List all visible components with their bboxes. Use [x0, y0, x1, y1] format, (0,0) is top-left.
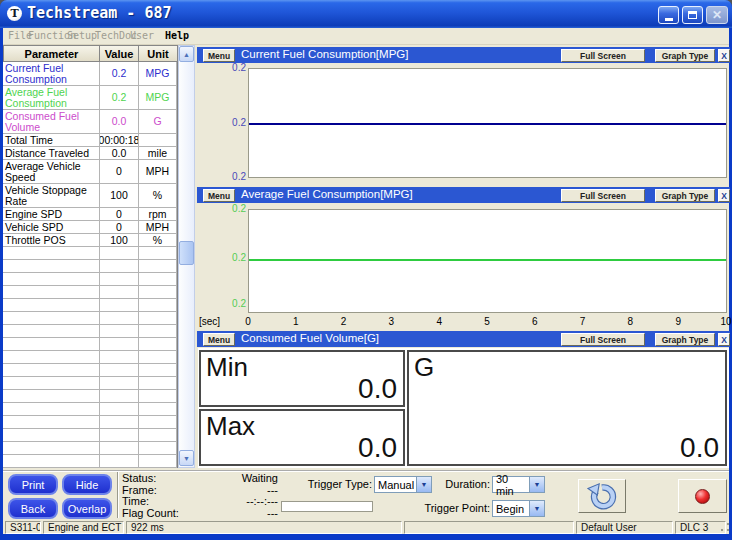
status-field-value: --:--:--- — [246, 495, 278, 507]
menu-item-help[interactable]: Help — [165, 30, 189, 41]
minimize-icon — [665, 18, 673, 21]
hide-button[interactable]: Hide — [62, 474, 112, 495]
close-button[interactable]: ✕ — [706, 6, 728, 24]
status-field: Flag Count:--- — [122, 507, 278, 519]
current-value: 0.0 — [680, 432, 719, 464]
techstream-window: T Techstream - 687 ✕ FileFunctionSetupTe… — [0, 0, 732, 540]
refresh-button[interactable] — [578, 479, 626, 513]
statusbar-cycle-time: 922 ms — [126, 521, 402, 534]
table-row[interactable]: Average Vehicle Speed0MPH — [3, 160, 177, 184]
status-field-label: Time: — [122, 495, 149, 507]
digital-fullscreen-button[interactable]: Full Screen — [561, 333, 645, 346]
statusbar-system: Engine and ECT — [43, 521, 124, 534]
chart2-canvas — [248, 209, 727, 313]
column-header-unit[interactable]: Unit — [139, 45, 178, 62]
chart1-graphtype-button[interactable]: Graph Type — [655, 49, 715, 62]
table-row[interactable]: Average Fuel Consumption0.2MPG — [3, 86, 177, 110]
min-value: 0.0 — [358, 373, 397, 405]
table-row-empty — [3, 455, 177, 468]
record-button[interactable] — [678, 479, 727, 513]
statusbar-spare — [404, 521, 574, 534]
table-row[interactable]: Vehicle SPD0MPH — [3, 221, 177, 234]
table-row[interactable]: Consumed Fuel Volume0.0G — [3, 110, 177, 134]
chart1-title: Current Fuel Consumption[MPG] — [241, 48, 408, 60]
scroll-down-button[interactable]: ▼ — [179, 450, 194, 466]
duration-select[interactable]: 30 min ▼ — [492, 476, 545, 493]
table-row-empty — [3, 442, 177, 455]
table-row[interactable]: Current Fuel Consumption0.2MPG — [3, 62, 177, 86]
table-header: Parameter Value Unit — [3, 45, 178, 62]
status-field-value: Waiting — [242, 472, 278, 484]
table-row[interactable]: Distance Traveled0.0mile — [3, 147, 177, 160]
chevron-down-icon[interactable]: ▼ — [529, 501, 544, 516]
digital-close-button[interactable]: X — [718, 333, 730, 346]
chart1-ytick-bottom: 0.2 — [200, 171, 246, 182]
table-row-empty — [3, 403, 177, 416]
table-row-empty — [3, 338, 177, 351]
unit-label: G — [414, 352, 434, 383]
table-row[interactable]: Engine SPD0rpm — [3, 208, 177, 221]
trigger-point-value: Begin — [493, 503, 529, 515]
chevron-down-icon[interactable]: ▼ — [529, 477, 544, 492]
x-tick: 3 — [389, 316, 395, 327]
x-tick: 9 — [675, 316, 681, 327]
maximize-button[interactable] — [682, 6, 703, 24]
chart1-canvas — [248, 68, 727, 178]
digital-panel-body: Min 0.0 Max 0.0 G 0.0 — [198, 348, 729, 468]
statusbar-screen-id: S311-01 — [5, 521, 41, 534]
trigger-type-value: Manual — [375, 479, 416, 491]
trigger-point-select[interactable]: Begin ▼ — [492, 500, 545, 517]
status-field-label: Frame: — [122, 484, 157, 496]
title-bar: T Techstream - 687 ✕ — [0, 0, 732, 28]
panel-divider — [117, 472, 119, 518]
x-axis-ticks: 012345678910 — [248, 316, 726, 328]
maximize-icon — [688, 11, 697, 19]
duration-value: 30 min — [493, 473, 529, 497]
menu-item-setup: Setup — [67, 30, 97, 41]
resize-grip[interactable] — [721, 523, 730, 532]
scroll-down-icon: ▼ — [183, 455, 190, 462]
record-progress-bar — [281, 501, 373, 512]
trigger-type-select[interactable]: Manual ▼ — [374, 476, 432, 493]
scrollbar-thumb[interactable] — [179, 241, 194, 265]
chart1-close-button[interactable]: X — [718, 49, 730, 62]
chart2-ytick-mid: 0.2 — [200, 252, 246, 263]
overlap-button[interactable]: Overlap — [62, 498, 112, 519]
minimize-button[interactable] — [658, 6, 679, 24]
table-row-empty — [3, 416, 177, 429]
x-tick: 8 — [628, 316, 634, 327]
chart2-menu-button[interactable]: Menu — [203, 189, 235, 202]
x-tick: 4 — [436, 316, 442, 327]
chart2-series-line — [249, 259, 726, 261]
chart1-fullscreen-button[interactable]: Full Screen — [561, 49, 645, 62]
print-button[interactable]: Print — [8, 474, 58, 495]
x-tick: 0 — [245, 316, 251, 327]
back-button[interactable]: Back — [8, 498, 58, 519]
column-header-parameter[interactable]: Parameter — [3, 45, 100, 62]
status-bar: S311-01 Engine and ECT 922 ms Default Us… — [3, 521, 729, 534]
table-row[interactable]: Throttle POS100% — [3, 234, 177, 247]
chart2-close-button[interactable]: X — [718, 189, 730, 202]
table-row[interactable]: Total Time00:00:18 — [3, 134, 177, 147]
window-title: Techstream - 687 — [27, 4, 172, 22]
trigger-point-label: Trigger Point: — [413, 502, 490, 514]
digital-panel-header: Menu Consumed Fuel Volume[G] Full Screen… — [197, 331, 730, 347]
column-header-value[interactable]: Value — [100, 45, 139, 62]
current-value-box: G 0.0 — [407, 350, 727, 466]
status-field-label: Status: — [122, 472, 156, 484]
chart1-menu-button[interactable]: Menu — [203, 49, 235, 62]
digital-menu-button[interactable]: Menu — [203, 333, 235, 346]
chart1-header: Menu Current Fuel Consumption[MPG] Full … — [197, 47, 730, 63]
chart2-graphtype-button[interactable]: Graph Type — [655, 189, 715, 202]
chart2-fullscreen-button[interactable]: Full Screen — [561, 189, 645, 202]
chevron-down-icon[interactable]: ▼ — [416, 477, 431, 492]
table-row-empty — [3, 390, 177, 403]
scroll-up-button[interactable]: ▲ — [179, 46, 194, 62]
trigger-type-label: Trigger Type: — [300, 478, 372, 490]
x-tick: 10 — [720, 316, 731, 327]
table-scrollbar[interactable]: ▲ ▼ — [178, 45, 195, 468]
digital-graphtype-button[interactable]: Graph Type — [655, 333, 715, 346]
table-row-empty — [3, 312, 177, 325]
x-tick: 5 — [484, 316, 490, 327]
table-row[interactable]: Vehicle Stoppage Rate100% — [3, 184, 177, 208]
